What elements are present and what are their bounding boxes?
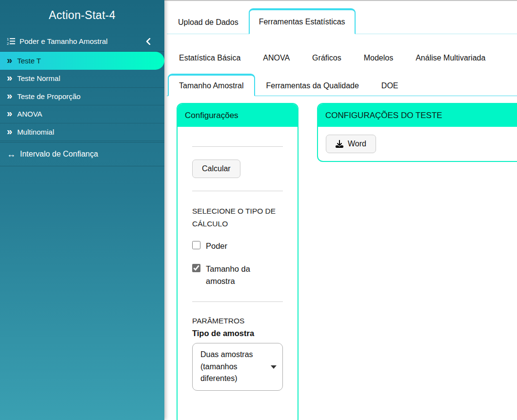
content-area: Upload de Dados Ferramentas Estatísticas… bbox=[164, 1, 517, 420]
tab-tamanho-amostral[interactable]: Tamanho Amostral bbox=[168, 74, 255, 96]
sidebar-group-label: Poder e Tamanho Amostral bbox=[20, 37, 141, 45]
tab-doe[interactable]: DOE bbox=[370, 74, 410, 96]
configuracoes-panel-body: Calcular SELECIONE O TIPO DE CÁLCULO Pod… bbox=[178, 127, 298, 401]
configuracoes-panel-header: Configurações bbox=[178, 104, 298, 127]
double-chevron-icon: » bbox=[7, 108, 12, 118]
divider bbox=[192, 191, 283, 191]
sidebar-item-anova[interactable]: » ANOVA bbox=[0, 105, 164, 123]
tab-ferramentas-estatisticas[interactable]: Ferramentas Estatísticas bbox=[249, 8, 356, 34]
left-right-arrow-icon: ↔ bbox=[7, 149, 16, 160]
sidebar-item-label: Multinomial bbox=[17, 128, 54, 136]
divider bbox=[192, 146, 283, 147]
configuracoes-do-teste-panel-header: CONFIGURAÇÕES DO TESTE bbox=[318, 104, 517, 127]
tamanho-da-amostra-checkbox-label: Tamanho da amostra bbox=[206, 263, 263, 288]
poder-checkbox-label: Poder bbox=[206, 240, 227, 253]
tab-modelos[interactable]: Modelos bbox=[353, 46, 404, 68]
poder-checkbox-row[interactable]: Poder bbox=[192, 240, 283, 253]
list-ol-icon: 1 2 bbox=[7, 37, 15, 45]
tab-analise-multivariada[interactable]: Análise Multivariada bbox=[404, 46, 497, 68]
sidebar-item-multinomial[interactable]: » Multinomial bbox=[0, 123, 164, 141]
calcular-button[interactable]: Calcular bbox=[192, 160, 240, 178]
tipo-de-amostra-label: Tipo de amostra bbox=[192, 329, 283, 338]
double-chevron-icon: » bbox=[7, 126, 12, 136]
double-chevron-icon: » bbox=[7, 55, 12, 65]
svg-text:2: 2 bbox=[7, 41, 9, 45]
tab-estatistica-basica[interactable]: Estatística Básica bbox=[168, 46, 252, 68]
double-chevron-icon: » bbox=[7, 91, 12, 100]
primary-tabs: Upload de Dados Ferramentas Estatísticas bbox=[167, 8, 517, 34]
tab-upload-de-dados[interactable]: Upload de Dados bbox=[168, 8, 249, 34]
secondary-tabs: Estatística Básica ANOVA Gráficos Modelo… bbox=[167, 46, 517, 96]
sidebar-item-teste-de-proporcao[interactable]: » Teste de Proporção bbox=[0, 88, 164, 106]
sidebar-item-teste-t[interactable]: » Teste T bbox=[0, 52, 164, 70]
configuracoes-do-teste-panel-body: Word bbox=[318, 127, 517, 161]
calc-type-label: SELECIONE O TIPO DE CÁLCULO bbox=[192, 205, 278, 230]
configuracoes-do-teste-panel: CONFIGURAÇÕES DO TESTE Word bbox=[317, 103, 517, 162]
tipo-de-amostra-select-value: Duas amostras (tamanhos diferentes) bbox=[200, 349, 264, 385]
sidebar-item-label: Teste T bbox=[17, 57, 41, 65]
double-chevron-icon: » bbox=[7, 73, 12, 82]
chevron-left-icon[interactable] bbox=[145, 38, 151, 45]
svg-text:1: 1 bbox=[7, 37, 9, 41]
word-button-label: Word bbox=[348, 140, 366, 148]
sidebar-item-teste-normal[interactable]: » Teste Normal bbox=[0, 70, 164, 88]
poder-checkbox[interactable] bbox=[192, 241, 200, 249]
caret-down-icon bbox=[271, 365, 277, 369]
main-area: Upload de Dados Ferramentas Estatísticas… bbox=[164, 0, 517, 420]
panels-row: Configurações Calcular SELECIONE O TIPO … bbox=[177, 103, 517, 420]
sidebar-item-label: ANOVA bbox=[17, 110, 42, 118]
tipo-de-amostra-select[interactable]: Duas amostras (tamanhos diferentes) bbox=[192, 343, 283, 391]
tamanho-da-amostra-checkbox[interactable] bbox=[192, 264, 200, 272]
tab-anova[interactable]: ANOVA bbox=[252, 46, 301, 68]
sidebar-item-label: Intervalo de Confiança bbox=[20, 150, 98, 159]
sidebar-group-poder-e-tamanho-amostral[interactable]: 1 2 Poder e Tamanho Amostral bbox=[0, 31, 164, 52]
sidebar-item-label: Teste Normal bbox=[17, 74, 60, 82]
sidebar: Action-Stat-4 1 2 Poder e Tamanho Amostr… bbox=[0, 0, 164, 420]
tab-graficos[interactable]: Gráficos bbox=[301, 46, 353, 68]
sidebar-item-intervalo-de-confianca[interactable]: ↔ Intervalo de Confiança bbox=[0, 142, 164, 166]
app-title: Action-Stat-4 bbox=[0, 0, 164, 27]
tab-ferramentas-da-qualidade[interactable]: Ferramentas da Qualidade bbox=[255, 74, 370, 96]
divider bbox=[192, 301, 283, 302]
sidebar-menu: » Teste T » Teste Normal » Teste de Prop… bbox=[0, 52, 164, 141]
parametros-label: PARÂMETROS bbox=[192, 317, 283, 325]
configuracoes-panel: Configurações Calcular SELECIONE O TIPO … bbox=[177, 103, 298, 420]
download-icon bbox=[336, 140, 343, 148]
tamanho-da-amostra-checkbox-row[interactable]: Tamanho da amostra bbox=[192, 263, 283, 288]
sidebar-item-label: Teste de Proporção bbox=[17, 92, 80, 100]
word-download-button[interactable]: Word bbox=[326, 135, 376, 153]
